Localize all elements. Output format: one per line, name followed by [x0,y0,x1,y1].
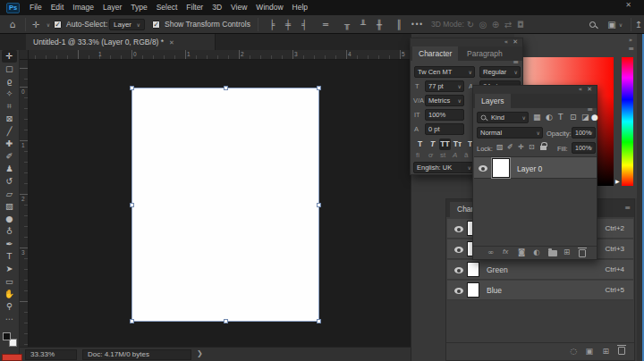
close-panel-icon[interactable]: ✕ [587,86,592,94]
marquee-tool[interactable]: ▢ [2,63,17,75]
horizontal-ruler[interactable]: 1 0 1 2 3 4 5 [20,50,411,60]
zoom-tool[interactable]: ⚲ [2,300,17,313]
hue-slider[interactable] [622,57,633,186]
collapse-panel-icon[interactable]: « [579,86,582,94]
font-style-dropdown[interactable]: Regular∨ [479,66,521,78]
lock-transparent-pixels-icon[interactable]: ▨ [496,143,504,151]
kerning-dropdown[interactable]: Metrics∨ [425,95,464,106]
channel-row[interactable]: Blue Ctrl+5 [447,281,633,300]
ligature-button[interactable]: st [440,151,445,159]
window-close-icon[interactable]: ✕ [625,1,631,9]
collapse-panel-icon[interactable]: « [504,38,508,46]
ligature-button[interactable]: A [453,151,457,159]
transform-handle[interactable] [130,319,134,323]
foreground-background-swatches[interactable] [3,332,19,348]
frame-tool[interactable]: ⊠ [2,113,17,125]
menu-item[interactable]: View [226,0,251,15]
transform-handle[interactable] [317,319,321,323]
fill-dropdown[interactable]: 100%∨ [572,142,596,154]
panel-menu-icon[interactable]: ≡ [624,204,631,212]
collapse-panel-icon[interactable]: » [629,37,634,44]
visibility-eye-icon[interactable] [479,165,487,172]
transform-handle[interactable] [224,86,228,90]
menu-item[interactable]: Layer [98,0,126,15]
menu-item[interactable]: Edit [47,0,69,15]
status-expander-icon[interactable]: ❯ [197,349,203,357]
lock-position-icon[interactable]: ✛ [518,143,524,151]
photoshop-logo-icon[interactable]: Ps [6,3,20,13]
menu-item[interactable]: Window [251,0,287,15]
document-canvas[interactable] [131,88,319,322]
align-left-icon[interactable]: ╞ [265,15,279,34]
ligature-button[interactable]: ơ [428,151,433,159]
history-brush-tool[interactable]: ↺ [2,175,17,188]
delete-channel-icon[interactable] [618,347,625,355]
faux-italic-button[interactable]: T [427,139,438,150]
layer-row[interactable]: Layer 0 [474,156,597,179]
menu-item[interactable]: Select [152,0,182,15]
tab-character[interactable]: Character [412,46,458,61]
eraser-tool[interactable]: ▱ [2,188,17,200]
close-panel-icon[interactable]: ✕ [513,38,518,46]
tab-close-icon[interactable]: ✕ [169,39,174,46]
panel-grip[interactable]: « ✕ [473,86,597,94]
filter-type-layers-icon[interactable]: T [558,113,564,122]
gradient-tool[interactable]: ▨ [2,200,17,213]
filter-kind-dropdown[interactable]: Kind∨ [477,112,529,123]
small-caps-button[interactable]: Tᴛ [452,139,463,150]
new-channel-icon[interactable]: ⊞ [602,347,609,356]
align-bottom-icon[interactable]: ╫ [372,15,386,34]
document-tab[interactable]: Untitled-1 @ 33.3% (Layer 0, RGB/8) *✕ [26,34,216,50]
blend-mode-dropdown[interactable]: Normal∨ [477,127,543,139]
panel-grip[interactable]: « ✕ [411,38,522,46]
all-caps-button[interactable]: TT [439,139,451,150]
align-center-h-icon[interactable]: ╪ [281,15,295,34]
zoom-level-field[interactable]: 33.33% [25,349,77,360]
menu-item[interactable]: Image [68,0,98,15]
adjustment-layer-icon[interactable]: ◐ [533,248,539,256]
ligature-button[interactable]: fi [416,151,419,159]
delete-layer-icon[interactable] [579,249,586,257]
language-dropdown[interactable]: English: UK∨ [413,162,474,173]
dodge-tool[interactable]: ♁ [2,225,17,238]
opacity-dropdown[interactable]: 100%∨ [572,127,596,139]
blur-tool[interactable]: ● [2,213,17,225]
transform-handle[interactable] [130,86,134,90]
menu-item[interactable]: Type [126,0,151,15]
menu-item[interactable]: File [25,0,47,15]
lasso-tool[interactable]: ϱ [2,75,17,88]
lock-all-icon[interactable] [540,146,547,150]
tab-paragraph[interactable]: Paragraph [461,46,509,61]
distribute-v-icon[interactable]: ║ [392,15,406,34]
font-size-dropdown[interactable]: 77 pt∨ [425,80,464,92]
hand-tool[interactable]: ✋ [2,288,17,300]
foreground-swatch-red[interactable] [2,354,22,361]
filter-toggle-icon[interactable]: ● [591,113,598,122]
search-icon[interactable] [589,21,596,28]
shape-tool[interactable]: ▭ [2,275,17,288]
auto-select-target-dropdown[interactable]: Layer∨ [109,19,145,30]
chevron-down-icon[interactable]: ∨ [614,15,628,34]
distribute-h-icon[interactable]: ═ [318,15,333,34]
baseline-shift-field[interactable]: 0 pt [425,123,464,135]
more-options-icon[interactable]: ••• [410,15,424,34]
filter-pixel-layers-icon[interactable]: ▦ [533,113,541,122]
3d-camera-icon[interactable]: ◘ [513,15,528,34]
panel-menu-icon[interactable]: ≡ [513,58,519,66]
align-right-icon[interactable]: ╡ [297,15,311,34]
type-tool[interactable]: T [2,250,17,263]
visibility-eye-icon[interactable] [454,288,463,294]
add-layer-mask-icon[interactable]: ◙ [518,248,525,256]
share-icon[interactable]: ↥ [631,15,644,34]
menu-item[interactable]: Filter [182,0,208,15]
edit-toolbar[interactable]: ⋯ [2,313,17,325]
pen-tool[interactable]: ✒ [2,238,17,250]
brush-tool[interactable]: ✐ [2,150,17,163]
layer-thumbnail[interactable] [492,158,510,178]
ligature-button[interactable]: ā [464,151,468,159]
clone-stamp-tool[interactable]: ♟ [2,163,17,175]
filter-shape-layers-icon[interactable]: ⊡ [570,113,577,122]
faux-bold-button[interactable]: T [414,139,426,150]
ruler-corner[interactable] [20,50,29,60]
new-group-icon[interactable] [548,250,557,256]
